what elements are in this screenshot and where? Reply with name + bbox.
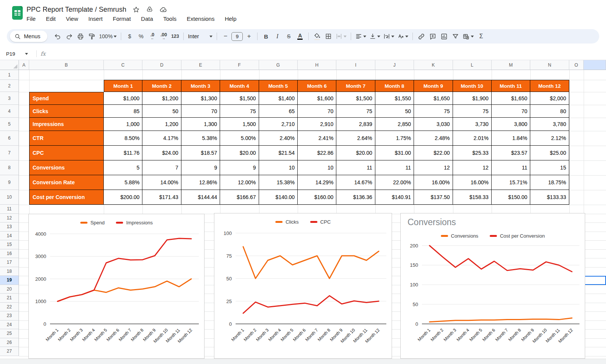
row-header-12[interactable]: 12 [0, 214, 19, 223]
table-cell-clicks-m11[interactable]: 70 [492, 105, 530, 118]
table-cell-clicks-m10[interactable]: 75 [453, 105, 492, 118]
table-cell-conversions-m10[interactable]: 12 [453, 160, 492, 175]
table-cell-spend-m6[interactable]: $1,600 [298, 92, 336, 105]
column-header-f[interactable]: F [220, 60, 259, 70]
table-cell-conversions-m7[interactable]: 11 [336, 160, 375, 175]
table-cell-cost-per-conversion-m1[interactable]: $200.00 [104, 190, 142, 205]
table-cell-impressions-m12[interactable]: 3,780 [530, 118, 569, 131]
table-cell-cost-per-conversion-m4[interactable]: $166.67 [220, 190, 259, 205]
table-cell-cost-per-conversion-m10[interactable]: $158.33 [453, 190, 492, 205]
row-header-11[interactable]: 11 [0, 205, 19, 214]
table-row-label[interactable]: Cost per Conversion [29, 190, 104, 205]
table-row-label[interactable]: Spend [29, 92, 104, 105]
table-cell-spend-m12[interactable]: $2,000 [530, 92, 569, 105]
table-col-header-month-11[interactable]: Month 11 [492, 80, 530, 92]
table-cell-conversions-m9[interactable]: 12 [414, 160, 453, 175]
column-header-b[interactable]: B [29, 60, 104, 70]
table-cell-clicks-m3[interactable]: 70 [181, 105, 220, 118]
row-header-21[interactable]: 21 [0, 294, 19, 303]
table-row-label[interactable]: Impressions [29, 118, 104, 131]
column-header-i[interactable]: I [336, 60, 375, 70]
row-header-15[interactable]: 15 [0, 240, 19, 249]
table-cell-conversion-rate-m7[interactable]: 14.67% [336, 175, 375, 190]
table-cell-ctr-m7[interactable]: 2.64% [336, 131, 375, 146]
table-cell-spend-m3[interactable]: $1,300 [181, 92, 220, 105]
table-row-label[interactable]: Conversions [29, 160, 104, 175]
table-cell-cost-per-conversion-m11[interactable]: $150.00 [492, 190, 530, 205]
table-cell-conversions-m11[interactable]: 11 [492, 160, 530, 175]
table-row-label[interactable]: CTR [29, 131, 104, 146]
row-header-16[interactable]: 16 [0, 249, 19, 258]
table-cell-ctr-m10[interactable]: 2.01% [453, 131, 492, 146]
table-cell-conversion-rate-m1[interactable]: 5.88% [104, 175, 142, 190]
table-cell-conversion-rate-m11[interactable]: 15.71% [492, 175, 530, 190]
table-cell-ctr-m2[interactable]: 4.17% [142, 131, 181, 146]
row-header-10[interactable]: 10 [0, 190, 19, 205]
table-cell-cpc-m2[interactable]: $24.00 [142, 146, 181, 160]
table-cell-clicks-m1[interactable]: 85 [104, 105, 142, 118]
row-header-26[interactable]: 26 [0, 338, 19, 347]
table-cell-conversions-m2[interactable]: 7 [142, 160, 181, 175]
table-cell-ctr-m1[interactable]: 8.50% [104, 131, 142, 146]
table-cell-ctr-m12[interactable]: 2.12% [530, 131, 569, 146]
active-cell-p19[interactable] [584, 276, 606, 285]
row-header-27[interactable]: 27 [0, 347, 19, 356]
row-header-3[interactable]: 3 [0, 92, 19, 105]
row-header-18[interactable]: 18 [0, 267, 19, 276]
row-header-25[interactable]: 25 [0, 329, 19, 338]
table-cell-cpc-m11[interactable]: $23.57 [492, 146, 530, 160]
row-header-22[interactable]: 22 [0, 303, 19, 312]
table-cell-spend-m5[interactable]: $1,400 [259, 92, 298, 105]
bottom-scroll-strip[interactable] [0, 359, 606, 364]
table-cell-spend-m11[interactable]: $1,650 [492, 92, 530, 105]
table-cell-impressions-m1[interactable]: 1,000 [104, 118, 142, 131]
table-cell-conversion-rate-m12[interactable]: 18.75% [530, 175, 569, 190]
table-cell-conversions-m4[interactable]: 9 [220, 160, 259, 175]
table-cell-impressions-m11[interactable]: 3,800 [492, 118, 530, 131]
table-cell-ctr-m11[interactable]: 1.84% [492, 131, 530, 146]
table-col-header-month-1[interactable]: Month 1 [104, 80, 142, 92]
table-cell-ctr-m5[interactable]: 2.40% [259, 131, 298, 146]
column-header-o[interactable]: O [569, 60, 584, 70]
table-col-header-month-12[interactable]: Month 12 [530, 80, 569, 92]
column-header-c[interactable]: C [104, 60, 142, 70]
table-cell-spend-m7[interactable]: $1,500 [336, 92, 375, 105]
column-header-h[interactable]: H [298, 60, 336, 70]
table-cell-impressions-m8[interactable]: 2,850 [375, 118, 414, 131]
column-header-e[interactable]: E [181, 60, 220, 70]
table-cell-cost-per-conversion-m6[interactable]: $160.00 [298, 190, 336, 205]
row-header-5[interactable]: 5 [0, 118, 19, 131]
column-header-k[interactable]: K [414, 60, 453, 70]
row-header-13[interactable]: 13 [0, 222, 19, 232]
table-cell-spend-m2[interactable]: $1,200 [142, 92, 181, 105]
table-cell-spend-m4[interactable]: $1,500 [220, 92, 259, 105]
column-header-a[interactable]: A [19, 60, 29, 70]
table-cell-clicks-m8[interactable]: 50 [375, 105, 414, 118]
table-cell-cpc-m9[interactable]: $22.00 [414, 146, 453, 160]
table-cell-conversions-m1[interactable]: 5 [104, 160, 142, 175]
row-header-9[interactable]: 9 [0, 175, 19, 190]
table-col-header-month-9[interactable]: Month 9 [414, 80, 453, 92]
table-cell-clicks-m2[interactable]: 50 [142, 105, 181, 118]
table-cell-cpc-m4[interactable]: $20.00 [220, 146, 259, 160]
table-cell-conversion-rate-m3[interactable]: 12.86% [181, 175, 220, 190]
column-header-n[interactable]: N [530, 60, 569, 70]
select-all-corner[interactable] [0, 60, 19, 70]
table-cell-cpc-m5[interactable]: $21.54 [259, 146, 298, 160]
table-col-header-month-6[interactable]: Month 6 [298, 80, 336, 92]
table-cell-impressions-m7[interactable]: 2,839 [336, 118, 375, 131]
table-cell-cpc-m7[interactable]: $20.00 [336, 146, 375, 160]
row-header-6[interactable]: 6 [0, 131, 19, 146]
table-cell-ctr-m3[interactable]: 5.38% [181, 131, 220, 146]
table-cell-ctr-m9[interactable]: 2.48% [414, 131, 453, 146]
table-cell-cpc-m1[interactable]: $11.76 [104, 146, 142, 160]
table-cell-spend-m10[interactable]: $1,900 [453, 92, 492, 105]
table-cell-cost-per-conversion-m12[interactable]: $133.33 [530, 190, 569, 205]
row-header-7[interactable]: 7 [0, 146, 19, 160]
table-cell-cost-per-conversion-m8[interactable]: $140.91 [375, 190, 414, 205]
table-cell-clicks-m9[interactable]: 75 [414, 105, 453, 118]
table-cell-clicks-m12[interactable]: 80 [530, 105, 569, 118]
table-cell-impressions-m6[interactable]: 2,910 [298, 118, 336, 131]
table-col-header-month-3[interactable]: Month 3 [181, 80, 220, 92]
row-header-14[interactable]: 14 [0, 232, 19, 241]
